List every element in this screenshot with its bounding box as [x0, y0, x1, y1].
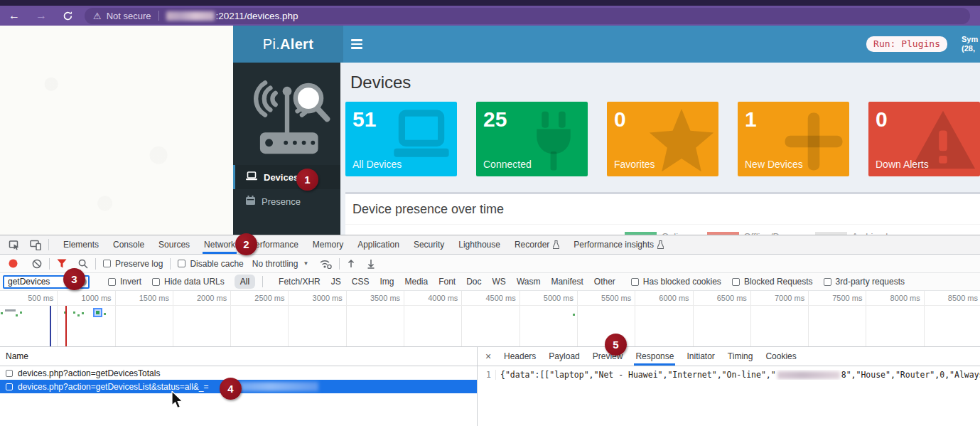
card-down-alerts[interactable]: 0 Down Alerts — [868, 102, 980, 176]
checkbox[interactable] — [6, 370, 13, 377]
sidebar-item-presence[interactable]: Presence — [233, 189, 340, 213]
back-icon[interactable]: ← — [9, 10, 20, 21]
checkbox[interactable] — [152, 278, 160, 286]
tab-application[interactable]: Application — [350, 235, 406, 254]
invert-checkbox[interactable]: Invert — [108, 277, 141, 287]
detail-tab-timing[interactable]: Timing — [721, 347, 760, 366]
hamburger-menu-icon[interactable] — [343, 26, 372, 63]
detail-tab-headers[interactable]: Headers — [497, 347, 542, 366]
detail-tab-cookies[interactable]: Cookies — [759, 347, 802, 366]
filter-chip-css[interactable]: CSS — [352, 277, 370, 287]
record-icon[interactable] — [9, 259, 18, 268]
timeline-tick: 2500 ms — [231, 291, 289, 347]
timeline-tick: 8500 ms — [925, 291, 980, 347]
import-har-icon[interactable] — [347, 259, 355, 269]
hide-data-urls-checkbox[interactable]: Hide data URLs — [152, 277, 225, 287]
checkbox[interactable] — [6, 383, 13, 390]
requests-name-header[interactable]: Name — [0, 347, 477, 366]
card-connected[interactable]: 25 Connected — [476, 102, 588, 176]
checkbox-label: Disable cache — [190, 259, 243, 269]
preserve-log-checkbox[interactable]: Preserve log — [103, 259, 163, 269]
tab-console[interactable]: Console — [106, 235, 151, 254]
filter-chip-ws[interactable]: WS — [492, 277, 506, 287]
detail-tab-response[interactable]: Response — [629, 347, 680, 366]
timeline-tick-label: 7000 ms — [751, 291, 808, 302]
network-overview-timeline[interactable]: 500 ms 1000 ms 1500 ms 2000 ms — [0, 291, 980, 347]
toolbar-divider — [339, 258, 340, 270]
request-name: devices.php?action=getDevicesTotals — [18, 368, 160, 378]
filter-chip-font[interactable]: Font — [438, 277, 456, 287]
throttling-dropdown[interactable]: No throttling▼ — [252, 259, 309, 269]
response-viewer[interactable]: 1 {"data":[["laptop","Net - Huawei","Int… — [478, 366, 980, 380]
filter-icon[interactable] — [57, 259, 67, 268]
filter-chip-js[interactable]: JS — [331, 277, 341, 287]
filter-chip-fetch-xhr[interactable]: Fetch/XHR — [279, 277, 321, 287]
checkbox[interactable] — [631, 278, 639, 286]
mouse-cursor — [171, 391, 184, 410]
card-new-devices[interactable]: 1 New Devices — [738, 102, 849, 176]
brand-bold: Alert — [280, 36, 313, 53]
browser-chrome: ← → ⚠ Not secure :20211/devices.php — [0, 0, 980, 26]
brand-logo[interactable]: Pi.Alert — [233, 26, 343, 63]
checkbox-label: Invert — [120, 277, 141, 287]
sidebar-item-devices[interactable]: Devices — [233, 165, 340, 189]
timeline-activity-dot — [104, 313, 106, 315]
tab-lighthouse[interactable]: Lighthouse — [451, 235, 507, 254]
filter-chip-other[interactable]: Other — [594, 277, 615, 287]
blocked-requests-checkbox[interactable]: Blocked Requests — [732, 277, 813, 287]
card-value: 0 — [876, 107, 973, 132]
export-har-icon[interactable] — [367, 259, 375, 269]
filter-chip-manifest[interactable]: Manifest — [551, 277, 583, 287]
checkbox[interactable] — [103, 260, 111, 267]
timeline-tick: 4500 ms — [462, 291, 519, 347]
search-icon[interactable] — [78, 259, 88, 269]
inspect-element-icon[interactable] — [9, 239, 20, 250]
clear-icon[interactable] — [32, 259, 42, 269]
devtools-panel: Elements Console Sources Network Perform… — [0, 235, 980, 426]
filter-chip-img[interactable]: Img — [379, 277, 394, 287]
tab-recorder[interactable]: Recorder — [507, 235, 566, 254]
checkbox[interactable] — [732, 278, 740, 286]
checkbox[interactable] — [178, 260, 185, 267]
filter-chip-media[interactable]: Media — [404, 277, 428, 287]
tab-sources[interactable]: Sources — [151, 235, 197, 254]
checkbox[interactable] — [108, 278, 116, 286]
request-row-totals[interactable]: devices.php?action=getDevicesTotals — [0, 366, 477, 380]
disable-cache-checkbox[interactable]: Disable cache — [178, 259, 243, 269]
response-text-before: {"data":[["laptop","Net - Huawei","Inter… — [500, 370, 776, 380]
forward-icon[interactable]: → — [36, 10, 47, 21]
checkbox[interactable] — [824, 278, 831, 286]
presence-panel-title: Device presence over time — [345, 194, 980, 225]
third-party-requests-checkbox[interactable]: 3rd-party requests — [824, 277, 905, 287]
timeline-activity-dot — [82, 312, 84, 314]
filter-chip-all[interactable]: All — [235, 275, 255, 289]
app-header: Pi.Alert Run: Plugins Sym (28, — [233, 26, 980, 63]
tab-performance-insights[interactable]: Performance insights — [566, 235, 671, 254]
checkbox-label: Blocked Requests — [744, 277, 813, 287]
filter-chip-wasm[interactable]: Wasm — [517, 277, 541, 287]
tab-label: Recorder — [515, 235, 549, 254]
timeline-tick: 6000 ms — [635, 291, 693, 347]
network-conditions-icon[interactable] — [320, 259, 332, 269]
annotation-badge-1: 1 — [296, 169, 318, 191]
tab-elements[interactable]: Elements — [56, 235, 106, 254]
timeline-tick: 7000 ms — [751, 291, 809, 347]
has-blocked-cookies-checkbox[interactable]: Has blocked cookies — [631, 277, 721, 287]
checkbox-label: Hide data URLs — [164, 277, 225, 287]
annotation-badge-4: 4 — [220, 378, 242, 400]
flask-icon — [553, 240, 559, 249]
card-favorites[interactable]: 0 Favorites — [607, 102, 718, 176]
detail-tab-payload[interactable]: Payload — [542, 347, 586, 366]
tab-security[interactable]: Security — [406, 235, 451, 254]
detail-tab-initiator[interactable]: Initiator — [680, 347, 721, 366]
close-icon[interactable]: × — [482, 351, 495, 362]
not-secure-warning-icon: ⚠ — [93, 11, 102, 21]
toggle-device-toolbar-icon[interactable] — [30, 240, 41, 250]
tab-memory[interactable]: Memory — [306, 235, 350, 254]
address-bar[interactable]: ⚠ Not secure :20211/devices.php — [85, 8, 970, 24]
run-plugins-button[interactable]: Run: Plugins — [866, 36, 947, 52]
card-all-devices[interactable]: 51 All Devices — [345, 102, 457, 176]
timeline-tick-label: 1000 ms — [58, 291, 114, 302]
filter-chip-doc[interactable]: Doc — [466, 277, 481, 287]
reload-icon[interactable] — [63, 11, 73, 21]
